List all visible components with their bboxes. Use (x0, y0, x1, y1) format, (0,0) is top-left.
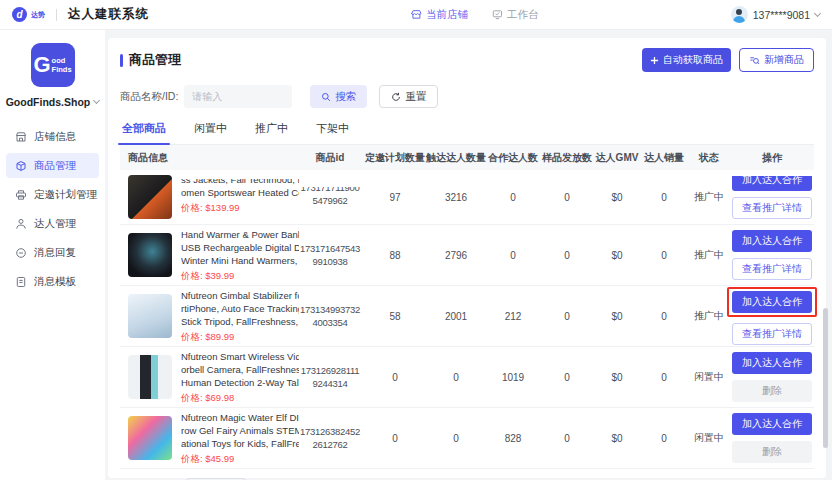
fetch-list-icon (749, 55, 760, 66)
app-title: 达人建联系统 (68, 6, 149, 23)
reset-icon (391, 92, 401, 102)
product-price: 价格: $89.99 (181, 331, 299, 344)
table-row: Nfutreon Gimbal Stabilizer for Sma rtiPh… (120, 286, 814, 347)
tab-delisted[interactable]: 下架中 (316, 121, 349, 144)
table-row: Hand Warmer & Power Bank 2 in 1 USB Rech… (120, 225, 814, 286)
reset-button[interactable]: 重置 (379, 85, 438, 108)
sidebar-item-label: 商品管理 (34, 159, 76, 173)
tab-current-shop[interactable]: 当前店铺 (411, 8, 468, 22)
sidebar-item-product-management[interactable]: 商品管理 (6, 153, 99, 178)
add-product-button[interactable]: 新增商品 (739, 48, 814, 72)
sidebar-item-label: 达人管理 (34, 217, 76, 231)
template-icon (15, 276, 27, 288)
user-menu[interactable]: 137****9081 (731, 6, 820, 23)
join-cooperation-button[interactable]: 加入达人合作 (732, 230, 812, 252)
main-content: 商品管理 自动获取商品 (105, 30, 832, 480)
product-image (128, 355, 172, 399)
search-button[interactable]: 搜索 (310, 85, 367, 108)
reply-icon (15, 247, 27, 259)
product-price: 价格: $45.99 (181, 453, 299, 466)
annotation-highlight-box: 加入达人合作 (727, 287, 817, 317)
tab-all-products[interactable]: 全部商品 (122, 121, 166, 144)
delete-button[interactable]: 删除 (732, 441, 812, 463)
creator-icon (15, 218, 27, 230)
product-icon (15, 160, 27, 172)
sidebar-item-creator-management[interactable]: 达人管理 (6, 211, 99, 236)
join-cooperation-button[interactable]: 加入达人合作 (732, 352, 812, 374)
product-id: 173126928111 9244314 (296, 364, 364, 390)
table-header: 商品信息 商品id 定邀计划数量 触达达人数量 合作达人数 样品发放数 达人GM… (120, 145, 814, 170)
join-cooperation-button[interactable]: 加入达人合作 (732, 413, 812, 435)
topnav: 当前店铺 工作台 (411, 8, 539, 22)
topnav-label: 工作台 (507, 8, 539, 22)
sidebar-item-label: 消息回复 (34, 246, 76, 260)
search-input[interactable] (184, 85, 292, 108)
product-price: 价格: $69.98 (181, 392, 299, 405)
user-phone: 137****9081 (753, 9, 810, 21)
status-text: 闲置中 (688, 370, 730, 384)
view-promotion-detail-button[interactable]: 查看推广详情 (732, 197, 812, 219)
search-icon (321, 92, 331, 102)
delete-button[interactable]: 删除 (732, 380, 812, 402)
product-id: 173171711900 5479962 (296, 187, 364, 207)
status-text: 推广中 (688, 248, 730, 262)
product-image (128, 233, 172, 277)
brand-divider (56, 9, 57, 21)
shop-logo: G ood Finds (31, 43, 75, 87)
table-row: Nfutreon Magic Water Elf DIY Kit G row G… (120, 408, 814, 469)
join-cooperation-button[interactable]: 加入达人合作 (732, 176, 812, 191)
table-row: Nfutreon Smart Wireless Video Do orbell … (120, 347, 814, 408)
tab-idle[interactable]: 闲置中 (194, 121, 227, 144)
tab-promoting[interactable]: 推广中 (255, 121, 288, 144)
status-text: 闲置中 (688, 431, 730, 445)
shop-selector[interactable]: GoodFinds.Shop (0, 96, 105, 108)
brand: d 达势 达人建联系统 (12, 6, 149, 23)
product-image (128, 294, 172, 338)
sidebar-item-message-template[interactable]: 消息模板 (6, 269, 99, 294)
sidebar-item-message-reply[interactable]: 消息回复 (6, 240, 99, 265)
page-title: 商品管理 (120, 51, 181, 69)
join-cooperation-button[interactable]: 加入达人合作 (732, 291, 812, 313)
auto-fetch-products-button[interactable]: 自动获取商品 (642, 48, 731, 72)
plan-icon (15, 189, 27, 201)
status-tabs: 全部商品 闲置中 推广中 下架中 (120, 121, 814, 145)
shop-info-icon (15, 131, 27, 143)
title-accent-bar (120, 54, 123, 67)
scrollbar-thumb[interactable] (823, 308, 828, 448)
search-label: 商品名称/ID: (120, 90, 178, 104)
product-image (128, 175, 172, 219)
topbar: d 达势 达人建联系统 当前店铺 工作台 137****9081 (0, 0, 832, 30)
view-promotion-detail-button[interactable]: 查看推广详情 (732, 258, 812, 280)
product-image (128, 416, 172, 460)
sidebar-item-label: 消息模板 (34, 275, 76, 289)
brand-logo-icon: d (12, 7, 27, 22)
sidebar-item-label: 定邀计划管理 (34, 188, 97, 202)
chevron-down-icon (814, 9, 821, 16)
status-text: 推广中 (688, 190, 730, 204)
tab-workbench[interactable]: 工作台 (492, 8, 539, 22)
brand-logo-text: 达势 (31, 11, 45, 18)
sidebar-item-label: 店铺信息 (34, 130, 76, 144)
table-row: ss Jackets, Fall Techmood, Men W omen Sp… (120, 170, 814, 225)
sidebar: G ood Finds GoodFinds.Shop 店铺信息 (0, 30, 105, 480)
store-icon (411, 9, 422, 20)
product-id: 173171647543 9910938 (296, 242, 364, 268)
product-id: 173126382452 2612762 (296, 425, 364, 451)
sidebar-item-invite-plan-management[interactable]: 定邀计划管理 (6, 182, 99, 207)
plus-icon (650, 56, 659, 65)
product-price: 价格: $39.99 (181, 270, 299, 283)
chevron-down-icon (93, 97, 100, 104)
product-id: 173134993732 4003354 (296, 303, 364, 329)
view-promotion-detail-button[interactable]: 查看推广详情 (732, 323, 812, 345)
avatar (731, 6, 748, 23)
status-text: 推广中 (688, 309, 730, 323)
topnav-label: 当前店铺 (426, 8, 468, 22)
sidebar-menu: 店铺信息 商品管理 定邀计划管理 (0, 124, 105, 294)
product-price: 价格: $139.99 (181, 202, 299, 215)
workbench-icon (492, 9, 503, 20)
sidebar-item-shop-info[interactable]: 店铺信息 (6, 124, 99, 149)
product-management-card: 商品管理 自动获取商品 (108, 38, 826, 478)
